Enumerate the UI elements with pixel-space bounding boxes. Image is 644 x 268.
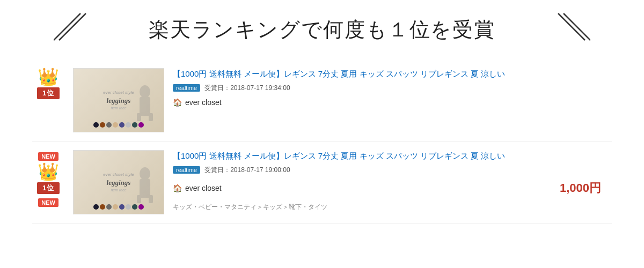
new-badge-bottom-2: NEW [38,198,58,207]
ranking-list: 👑 1位 ever closet style leggings hem race [21,59,623,224]
svg-line-1 [54,13,80,40]
shop-icon-1: 🏠 [173,98,182,107]
award-date-1: 受賞日：2018-07-17 19:34:00 [204,84,290,93]
item-info-2: 【1000円 送料無料 メール便】レギンス 7分丈 夏用 キッズ スパッツ リブ… [173,150,612,212]
shop-row-1: 🏠 ever closet [173,98,612,107]
realtime-badge-2: realtime [173,166,200,174]
img-sub-2: hem race [103,188,134,193]
rank-badge-area-2: NEW 👑 1位 NEW [32,150,64,207]
fake-img-2: ever closet style leggings hem race [74,151,164,214]
rank-badge-area-1: 👑 1位 [32,68,64,99]
award-date-2: 受賞日：2018-07-17 19:00:00 [204,166,290,175]
ranking-item: 👑 1位 ever closet style leggings hem race [32,59,612,142]
item-price-2: 1,000円 [560,180,612,196]
svg-line-2 [558,13,585,40]
svg-point-8 [140,167,150,180]
img-product-2: leggings [103,178,134,188]
item-title-2[interactable]: 【1000円 送料無料 メール便】レギンス 7分丈 夏用 キッズ スパッツ リブ… [173,150,612,162]
svg-rect-10 [137,195,141,203]
svg-rect-6 [137,113,141,121]
deco-slash-left [54,11,91,48]
fake-img-1: ever closet style leggings hem race [74,69,164,132]
realtime-badge-1: realtime [173,84,200,92]
img-product-1: leggings [103,96,134,106]
item-info-1: 【1000円 送料無料 メール便】レギンス 7分丈 夏用 キッズ スパッツ リブ… [173,68,612,107]
page-title: 楽天ランキングで何度も１位を受賞 [149,16,495,43]
svg-rect-9 [140,179,150,198]
item-title-1[interactable]: 【1000円 送料無料 メール便】レギンス 7分丈 夏用 キッズ スパッツ リブ… [173,68,612,80]
svg-point-4 [140,85,150,98]
color-strip-2 [93,204,144,210]
shop-name-1: ever closet [185,98,222,107]
new-badge-top-2: NEW [38,152,58,161]
shop-row-2: 🏠 ever closet 1,000円 [173,180,612,196]
fake-img-text-1: ever closet style leggings hem race [103,90,134,110]
realtime-badge-row-2: realtime 受賞日：2018-07-17 19:00:00 [173,166,612,175]
deco-slash-right [553,11,590,48]
header-section: 楽天ランキングで何度も１位を受賞 [21,0,623,59]
item-image-2: ever closet style leggings hem race [73,150,164,214]
page-wrapper: 楽天ランキングで何度も１位を受賞 👑 1位 ever closet style … [0,0,644,224]
svg-line-3 [564,13,590,40]
svg-line-0 [59,13,86,40]
fake-img-text-2: ever closet style leggings hem race [103,172,134,192]
shop-name-2: ever closet [185,184,222,192]
rank-number-2: 1位 [37,182,60,194]
realtime-badge-row-1: realtime 受賞日：2018-07-17 19:34:00 [173,84,612,93]
svg-rect-5 [140,97,150,116]
product-silhouette-1 [131,84,158,121]
crown-icon-1: 👑 [38,68,59,85]
shop-icon-2: 🏠 [173,184,182,192]
img-brand-1: ever closet style [103,90,134,95]
crown-icon-2: 👑 [38,163,59,180]
svg-rect-11 [149,195,153,203]
img-sub-1: hem race [103,106,134,111]
color-strip-1 [93,122,144,128]
item-image-1: ever closet style leggings hem race [73,68,164,132]
product-silhouette-2 [131,166,158,203]
rank-number-1: 1位 [37,87,60,99]
svg-rect-7 [149,113,153,121]
ranking-item-2: NEW 👑 1位 NEW ever closet style leggings … [32,142,612,224]
breadcrumb-2: キッズ・ベビー・マタニティ＞キッズ＞靴下・タイツ [173,203,612,212]
img-brand-2: ever closet style [103,172,134,177]
